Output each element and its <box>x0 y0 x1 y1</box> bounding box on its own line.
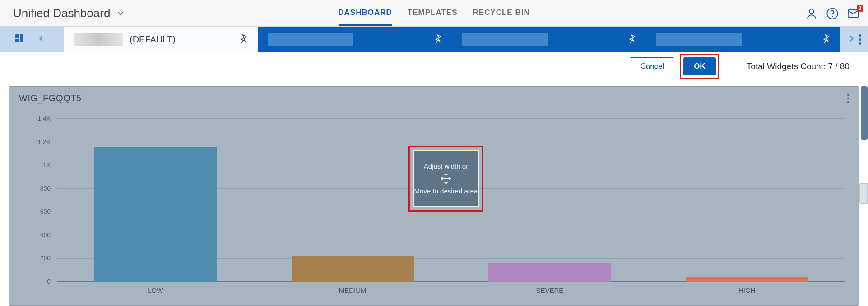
drag-tile-text-2: Move to desired area <box>414 187 478 195</box>
top-nav: DASHBOARD TEMPLATES RECYCLE BIN <box>338 0 529 26</box>
tab-name-redacted <box>74 33 123 46</box>
dashboard-tab-strip: (DEFAULT) <box>0 27 868 52</box>
mail-icon[interactable]: 3 <box>847 7 859 20</box>
svg-point-0 <box>809 9 814 14</box>
pin-icon[interactable] <box>627 33 636 45</box>
ok-button-highlight: OK <box>680 54 719 79</box>
tab-strip-right-controls <box>840 27 868 52</box>
y-tick: 1.2K <box>27 138 54 146</box>
drag-tile-text-1: Adjust width or <box>424 162 468 170</box>
pin-icon[interactable] <box>821 33 831 45</box>
user-icon[interactable] <box>805 7 818 20</box>
pin-icon[interactable] <box>238 33 248 45</box>
app-title: Unified Dashboard <box>13 6 110 20</box>
nav-dashboard[interactable]: DASHBOARD <box>338 0 392 26</box>
tab-4[interactable] <box>646 27 840 52</box>
bar[interactable] <box>94 147 217 282</box>
widget-count: Total Widgets Count: 7 / 80 <box>747 61 849 71</box>
nav-templates[interactable]: TEMPLATES <box>408 0 458 26</box>
tab-name-redacted <box>656 33 742 46</box>
x-label: MEDIUM <box>254 287 451 294</box>
widget-header: WIG_FGQQT5 <box>9 87 859 105</box>
drag-tile[interactable]: Adjust width or Move to desired area <box>413 150 479 207</box>
tab-name-redacted <box>462 33 548 46</box>
help-icon[interactable] <box>826 7 839 20</box>
dashboard-canvas: WIG_FGQQT5 02004006008001K1.2K1.4K LOWME… <box>0 81 868 306</box>
action-row: Cancel OK Total Widgets Count: 7 / 80 <box>0 52 868 81</box>
widget-count-value: 7 / 80 <box>828 61 849 71</box>
y-tick: 0 <box>27 278 54 285</box>
tab-strip-left-controls <box>0 27 64 52</box>
bar-slot: HIGH <box>648 118 845 282</box>
action-buttons: Cancel OK <box>630 54 719 79</box>
widget-card: WIG_FGQQT5 02004006008001K1.2K1.4K LOWME… <box>9 86 859 306</box>
pin-icon[interactable] <box>432 33 442 45</box>
svg-rect-4 <box>15 34 19 38</box>
cancel-button[interactable]: Cancel <box>630 57 674 75</box>
y-tick: 200 <box>27 254 54 262</box>
nav-recycle-bin[interactable]: RECYCLE BIN <box>473 0 529 26</box>
move-icon <box>440 173 452 184</box>
title-dropdown-caret[interactable] <box>116 9 125 18</box>
title-bar: Unified Dashboard DASHBOARD TEMPLATES RE… <box>0 0 868 27</box>
ok-button[interactable]: OK <box>683 57 716 75</box>
drag-tile-highlight: Adjust width or Move to desired area <box>408 146 483 212</box>
side-expand-handle[interactable] <box>859 183 868 204</box>
layout-icon[interactable] <box>14 33 25 46</box>
title-right-icons: 3 <box>805 7 859 20</box>
tab-scroll-left[interactable] <box>37 34 46 44</box>
mail-badge: 3 <box>857 5 863 12</box>
widget-count-prefix: Total Widgets Count: <box>747 61 828 71</box>
tab-strip-menu-icon[interactable] <box>859 34 861 45</box>
x-label: LOW <box>57 287 254 294</box>
tab-3[interactable] <box>452 27 646 52</box>
tab-scroll-right[interactable] <box>847 34 855 44</box>
y-tick: 400 <box>27 231 54 239</box>
tab-name-redacted <box>268 33 353 46</box>
y-tick: 800 <box>27 185 54 192</box>
bar[interactable] <box>292 256 414 282</box>
chevron-down-icon <box>116 9 125 18</box>
scrollbar-thumb[interactable] <box>861 86 868 140</box>
widget-menu-icon[interactable] <box>847 94 849 103</box>
svg-rect-5 <box>15 39 19 42</box>
bar[interactable] <box>686 277 808 282</box>
bar[interactable] <box>488 263 611 282</box>
x-label: HIGH <box>648 287 845 294</box>
svg-rect-6 <box>20 34 23 42</box>
y-axis: 02004006008001K1.2K1.4K <box>27 118 54 282</box>
x-label: SEVERE <box>451 287 649 294</box>
y-tick: 1K <box>27 161 54 169</box>
tab-default[interactable]: (DEFAULT) <box>64 27 258 52</box>
y-tick: 1.4K <box>27 115 54 122</box>
svg-point-2 <box>832 16 833 17</box>
tab-default-label: (DEFAULT) <box>130 34 176 45</box>
widget-title: WIG_FGQQT5 <box>19 93 81 104</box>
y-tick: 600 <box>27 208 54 215</box>
bar-slot: LOW <box>57 118 254 282</box>
tab-2[interactable] <box>258 27 452 52</box>
